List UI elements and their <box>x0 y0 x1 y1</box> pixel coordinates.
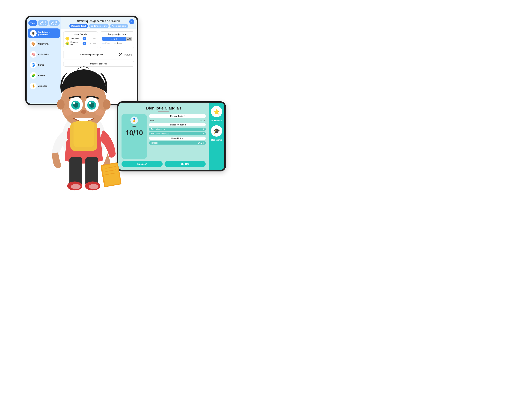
record-text: Record battu ! <box>151 115 204 117</box>
tab-tous[interactable]: Tous <box>28 20 37 26</box>
result-buttons: Rejouer Quitter <box>121 161 206 167</box>
result-divider <box>158 111 169 112</box>
stats-title: Statistiques générales de Claudia <box>77 19 120 23</box>
star-button[interactable]: ⭐ <box>211 106 222 117</box>
date-tab-30[interactable]: 30 derniers jours <box>89 24 109 28</box>
svg-point-14 <box>63 109 72 116</box>
svg-point-4 <box>103 99 110 109</box>
result-content: 🏅 Note 10/10 Record battu ! Score : 16.2… <box>121 114 206 159</box>
svg-point-27 <box>71 184 80 189</box>
record-row: Score : 16.2 s <box>149 120 206 122</box>
right-tablet: Bien joué Claudia ! 🏅 Note 10/10 Record … <box>117 101 226 171</box>
svg-point-15 <box>95 109 104 116</box>
date-tab-debut[interactable]: Depuis le début <box>69 24 88 28</box>
svg-point-28 <box>89 184 98 189</box>
mauvaises-val: 0 <box>203 133 204 135</box>
plus-infos-title: Plus d'infos <box>149 137 206 140</box>
score-label: Note <box>132 125 137 127</box>
detail-row-paires: Paires trouvées : 3 <box>149 128 206 131</box>
date-tabs: Depuis le début 30 derniers jours 7 dern… <box>69 24 128 28</box>
temps-label: Temps : <box>151 142 158 144</box>
detail-title: Ta note en détails <box>149 123 206 126</box>
svg-point-13 <box>81 110 86 114</box>
record-banner: Record battu ! <box>149 114 206 118</box>
temps-val: 16.2 s <box>198 142 204 144</box>
mauvaises-label: Mauvaises réponses : <box>151 133 170 135</box>
tab-coco-penex[interactable]: Coco Penex <box>38 20 48 26</box>
character <box>35 39 133 199</box>
svg-point-11 <box>73 102 75 104</box>
result-sidebar: ⭐ Mon résultat 🎓 Mes scores <box>209 103 224 170</box>
score-row-label: Score : <box>150 120 156 122</box>
paires-val: 3 <box>203 128 204 130</box>
star-label: Mon résultat <box>211 120 222 122</box>
result-title: Bien joué Claudia ! <box>121 106 206 110</box>
svg-point-12 <box>89 102 91 104</box>
date-tab-7[interactable]: 7 derniers jours <box>110 24 128 28</box>
stats-icon: 🎓 <box>30 30 37 37</box>
jeux-title: Jeux favoris <box>65 33 96 35</box>
svg-rect-22 <box>74 121 94 147</box>
svg-point-3 <box>57 99 64 109</box>
sidebar-label-statistiques: Statistiques générales <box>38 31 58 36</box>
detail-row-mauvaises: Mauvaises réponses : 0 <box>149 132 206 135</box>
score-row-val: 16.2 s <box>199 120 205 122</box>
top-tabs: Tous Coco Penex Coco Rouge <box>27 19 61 27</box>
character-svg <box>35 39 133 199</box>
close-button[interactable]: ✕ <box>129 19 134 24</box>
detail-box: Record battu ! Score : 16.2 s Ta note en… <box>149 114 206 159</box>
temps-row: Temps : 16.2 s <box>149 141 206 145</box>
scores-label: Mes scores <box>211 139 222 141</box>
scores-button[interactable]: 🎓 <box>211 125 222 137</box>
paires-label: Paires trouvées : <box>151 128 166 130</box>
temps-title: Temps de jeu total <box>102 33 133 35</box>
tab-coco-rouge[interactable]: Coco Rouge <box>49 20 60 26</box>
quitter-button[interactable]: Quitter <box>165 161 206 167</box>
stats-header: Statistiques générales de Claudia ✕ Depu… <box>61 17 137 29</box>
sidebar-item-statistiques[interactable]: 🎓 Statistiques générales <box>28 28 60 38</box>
